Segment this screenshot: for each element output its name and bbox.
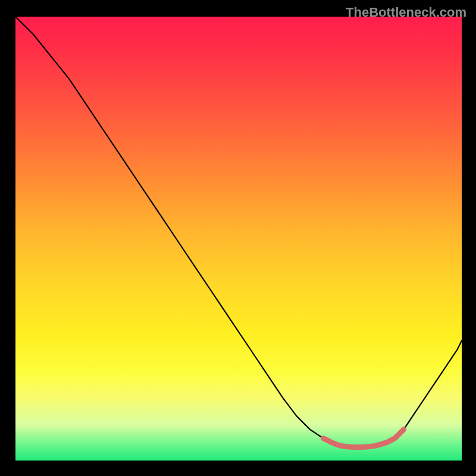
- marker-dot: [401, 427, 406, 432]
- marker-segment: [383, 442, 387, 444]
- data-markers: [321, 427, 406, 447]
- marker-segment: [389, 439, 394, 441]
- plot-area: [15, 17, 462, 461]
- marker-dot: [321, 436, 326, 441]
- chart-svg: [15, 17, 462, 461]
- bottleneck-curve: [15, 17, 462, 447]
- watermark-text: TheBottleneck.com: [346, 5, 466, 20]
- marker-segment: [375, 444, 380, 446]
